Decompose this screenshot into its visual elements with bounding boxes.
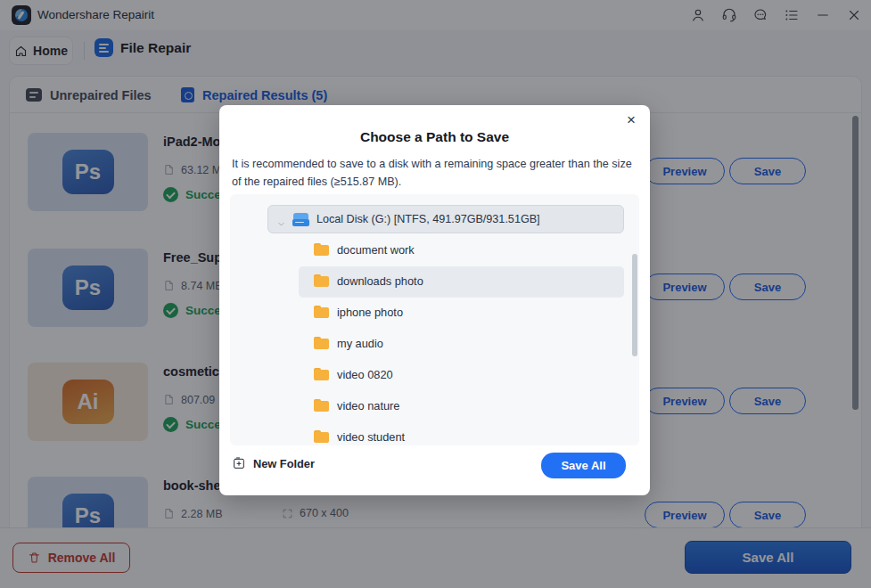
folder-icon — [314, 430, 329, 443]
folder-tree: Local Disk (G:) [NTFS, 491.97GB/931.51GB… — [230, 194, 639, 445]
folder-icon — [314, 243, 329, 256]
disk-drive-icon — [292, 213, 309, 226]
chevron-down-icon[interactable] — [277, 216, 285, 224]
new-folder-label: New Folder — [253, 457, 315, 470]
new-folder-icon — [232, 456, 246, 470]
choose-path-dialog: × Choose a Path to Save It is recommende… — [219, 105, 650, 495]
folder-row[interactable]: iphone photo — [230, 298, 639, 329]
folder-icon — [314, 399, 329, 412]
dialog-description: It is recommended to save to a disk with… — [232, 155, 633, 191]
folder-label: iphone photo — [337, 306, 403, 319]
folder-label: video nature — [337, 399, 399, 412]
folder-icon — [314, 306, 329, 318]
folder-row[interactable]: video 0820 — [230, 360, 639, 391]
folder-row-selected[interactable]: downloads photo — [299, 266, 624, 298]
folder-row[interactable]: document work — [230, 235, 639, 266]
folder-label: video student — [337, 430, 405, 444]
folder-icon — [314, 337, 329, 349]
folder-label: document work — [337, 243, 415, 257]
tree-scrollbar[interactable] — [632, 254, 637, 356]
new-folder-button[interactable]: New Folder — [232, 456, 315, 470]
folder-row[interactable]: video nature — [230, 391, 639, 422]
dialog-title: Choose a Path to Save — [219, 129, 650, 145]
folder-row[interactable]: my audio — [230, 329, 639, 360]
dialog-close-icon[interactable]: × — [621, 110, 641, 130]
disk-label: Local Disk (G:) [NTFS, 491.97GB/931.51GB… — [316, 213, 540, 225]
dialog-save-all-button[interactable]: Save All — [541, 453, 626, 478]
folder-label: my audio — [337, 337, 383, 350]
folder-label: video 0820 — [337, 368, 393, 381]
folder-icon — [314, 368, 329, 380]
folder-icon — [314, 274, 329, 287]
app-window: Wondershare Repairit Hom — [0, 0, 871, 588]
disk-node[interactable]: Local Disk (G:) [NTFS, 491.97GB/931.51GB… — [267, 205, 624, 233]
folder-label: downloads photo — [337, 274, 423, 288]
folder-row[interactable]: video student — [230, 422, 639, 445]
